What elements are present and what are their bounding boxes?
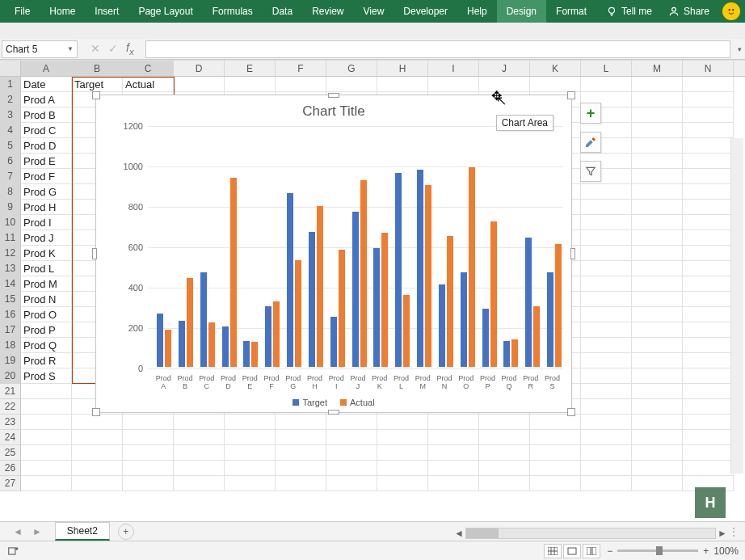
- chart-styles-button[interactable]: [580, 132, 601, 153]
- formula-bar-expand-icon[interactable]: ▾: [734, 45, 745, 53]
- bar-actual[interactable]: [360, 180, 367, 367]
- bar-target[interactable]: [179, 321, 185, 368]
- row-header-4[interactable]: 4: [0, 123, 21, 138]
- cell[interactable]: [632, 353, 683, 368]
- bar-actual[interactable]: [317, 206, 323, 367]
- view-pagelayout-button[interactable]: [563, 544, 581, 558]
- cell[interactable]: [123, 476, 174, 491]
- horizontal-scrollbar[interactable]: ◄ ►: [452, 526, 729, 541]
- resize-handle-s[interactable]: [328, 410, 339, 415]
- cell[interactable]: [428, 430, 479, 445]
- cell[interactable]: [683, 276, 734, 292]
- row-header-9[interactable]: 9: [0, 200, 21, 215]
- cell[interactable]: [683, 246, 734, 261]
- cell[interactable]: Prod M: [21, 276, 72, 292]
- cell[interactable]: [683, 138, 734, 154]
- cell[interactable]: [581, 77, 632, 92]
- cell[interactable]: [581, 322, 632, 338]
- cell[interactable]: [530, 430, 581, 445]
- col-header-l[interactable]: L: [581, 61, 632, 76]
- zoom-control[interactable]: − + 100%: [607, 545, 739, 557]
- cell[interactable]: [123, 430, 174, 445]
- cell[interactable]: Prod P: [21, 322, 72, 338]
- row-header-3[interactable]: 3: [0, 107, 21, 123]
- cell[interactable]: [632, 445, 683, 461]
- cell[interactable]: [683, 322, 734, 338]
- col-header-n[interactable]: N: [683, 61, 734, 76]
- cell[interactable]: [683, 169, 734, 184]
- row-header-13[interactable]: 13: [0, 261, 21, 276]
- row-header-27[interactable]: 27: [0, 476, 21, 491]
- cell[interactable]: [683, 123, 734, 138]
- cell[interactable]: [72, 415, 123, 430]
- col-header-a[interactable]: A: [21, 61, 72, 76]
- cell[interactable]: [377, 77, 428, 92]
- bar-target[interactable]: [373, 248, 380, 368]
- worksheet-grid[interactable]: A B C D E F G H I J K L M N 1DateTargetA…: [0, 60, 745, 512]
- cell[interactable]: [632, 138, 683, 154]
- cell[interactable]: Actual: [123, 77, 174, 92]
- cell[interactable]: [479, 461, 530, 476]
- cell[interactable]: [683, 184, 734, 200]
- cell[interactable]: [581, 476, 632, 491]
- cell[interactable]: Target: [72, 77, 123, 92]
- row-header-16[interactable]: 16: [0, 307, 21, 322]
- bar-target[interactable]: [265, 306, 271, 367]
- bar-actual[interactable]: [165, 330, 171, 367]
- hscroll-thumb[interactable]: [466, 528, 499, 538]
- cell[interactable]: [632, 261, 683, 276]
- resize-handle-n[interactable]: [328, 93, 339, 98]
- row-header-19[interactable]: 19: [0, 353, 21, 368]
- cell[interactable]: [530, 77, 581, 92]
- cell[interactable]: [683, 292, 734, 307]
- cell[interactable]: Prod C: [21, 123, 72, 138]
- cell[interactable]: [174, 415, 225, 430]
- ribbon-tab-format[interactable]: Format: [546, 0, 596, 23]
- cell[interactable]: Prod L: [21, 261, 72, 276]
- row-header-17[interactable]: 17: [0, 322, 21, 338]
- cell[interactable]: [581, 415, 632, 430]
- bar-target[interactable]: [395, 173, 402, 367]
- record-macro-icon[interactable]: [6, 545, 19, 557]
- resize-handle-nw[interactable]: [92, 91, 100, 99]
- row-header-22[interactable]: 22: [0, 399, 21, 415]
- bar-actual[interactable]: [230, 178, 237, 367]
- row-header-11[interactable]: 11: [0, 230, 21, 246]
- cell[interactable]: [276, 415, 326, 430]
- cell[interactable]: [428, 461, 479, 476]
- cell[interactable]: [326, 476, 377, 491]
- cell[interactable]: [581, 430, 632, 445]
- cell[interactable]: [683, 368, 734, 384]
- cell[interactable]: [174, 430, 225, 445]
- ribbon-tab-insert[interactable]: Insert: [85, 0, 128, 23]
- cell[interactable]: [581, 261, 632, 276]
- cell[interactable]: [326, 445, 377, 461]
- cell[interactable]: [225, 445, 276, 461]
- bar-target[interactable]: [525, 238, 532, 367]
- row-header-20[interactable]: 20: [0, 368, 21, 384]
- cell[interactable]: [72, 430, 123, 445]
- cell[interactable]: [123, 461, 174, 476]
- cell[interactable]: Prod S: [21, 368, 72, 384]
- ribbon-tab-pagelayout[interactable]: Page Layout: [128, 0, 202, 23]
- chart-elements-button[interactable]: +: [580, 103, 601, 124]
- ribbon-tab-formulas[interactable]: Formulas: [203, 0, 263, 23]
- cell[interactable]: [632, 230, 683, 246]
- cell[interactable]: Prod O: [21, 307, 72, 322]
- hscroll-right-icon[interactable]: ►: [716, 528, 729, 539]
- cell[interactable]: [479, 415, 530, 430]
- cell[interactable]: [428, 415, 479, 430]
- bar-target[interactable]: [461, 272, 467, 368]
- ribbon-tab-file[interactable]: File: [5, 0, 40, 23]
- cell[interactable]: [632, 292, 683, 307]
- cell[interactable]: [174, 476, 225, 491]
- bar-target[interactable]: [439, 284, 445, 368]
- bar-actual[interactable]: [403, 295, 410, 367]
- row-header-14[interactable]: 14: [0, 276, 21, 292]
- cell[interactable]: [683, 92, 734, 107]
- tab-split-handle[interactable]: ⋮: [729, 526, 745, 537]
- cell[interactable]: [377, 461, 428, 476]
- row-header-2[interactable]: 2: [0, 92, 21, 107]
- cell[interactable]: [632, 415, 683, 430]
- cell[interactable]: Prod N: [21, 292, 72, 307]
